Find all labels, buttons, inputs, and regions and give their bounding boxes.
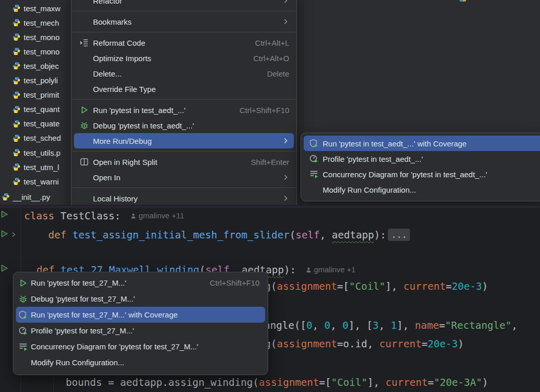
- author-annotation[interactable]: gmalinve +1: [305, 265, 356, 274]
- code-token: ):: [284, 264, 295, 276]
- menu-item-run-pytest-for-test-27-m-with-coverage[interactable]: Run 'pytest for test_27_M...' with Cover…: [16, 307, 265, 323]
- menu-item-profile-pytest-in-test-aedt[interactable]: Profile 'pytest in test_aedt_...': [301, 151, 540, 166]
- menu-item-shortcut: Ctrl+Shift+F10: [210, 278, 259, 287]
- submenu-arrow-icon: [282, 137, 289, 144]
- code-token: =[: [337, 281, 349, 292]
- code-token: self: [295, 229, 320, 241]
- editor-tab-sliver: [459, 0, 466, 2]
- menu-separator: [72, 188, 296, 188]
- tree-item-test-quant[interactable]: test_quant: [0, 103, 71, 116]
- tree-item-test-maxw[interactable]: test_maxw: [0, 2, 71, 14]
- tree-item-test-polyli[interactable]: test_polyli: [0, 74, 71, 87]
- menu-item-more-run-debug[interactable]: More Run/Debug: [74, 133, 294, 148]
- tree-item-test-utm-l[interactable]: test_utm_l: [0, 161, 71, 173]
- menu-item-profile-pytest-for-test-27-m[interactable]: Profile 'pytest for test_27_M...': [13, 323, 268, 339]
- menu-item-debug-pytest-in-test-aedt[interactable]: Debug 'pytest in test_aedt_...': [71, 118, 296, 133]
- code-token: ,: [511, 320, 517, 331]
- code-token: aedtapp: [332, 229, 374, 241]
- menu-item-label: Concurrency Diagram for 'pytest in test_…: [323, 170, 539, 179]
- code-editor[interactable]: class TestClass:gmalinve +11 def test_as…: [0, 208, 540, 392]
- run-test-icon[interactable]: [1, 210, 9, 218]
- tree-item-test-objec[interactable]: test_objec: [0, 60, 71, 72]
- code-token: ,: [367, 338, 379, 350]
- winding-bounds-line[interactable]: bounds = aedtapp.assign_winding(assignme…: [66, 376, 488, 390]
- tree-item-label: test_utm_l: [24, 163, 59, 172]
- tree-item-init-py[interactable]: __init__.py: [0, 191, 71, 203]
- profile-icon: [309, 154, 319, 163]
- python-icon: [12, 62, 21, 70]
- code-token: [24, 229, 48, 241]
- tree-item-test-warni[interactable]: test_warni: [0, 175, 71, 188]
- run-test-icon[interactable]: [1, 230, 9, 238]
- menu-item-delete[interactable]: Delete...Delete: [71, 66, 296, 81]
- menu-item-debug-pytest-for-test-27-m[interactable]: Debug 'pytest for test_27_M...': [13, 291, 268, 307]
- menu-separator: [72, 99, 296, 100]
- python-icon: [12, 33, 21, 41]
- tree-item-test-mono[interactable]: test_mono: [0, 31, 71, 43]
- code-token: =: [439, 320, 445, 331]
- coverage-icon: [309, 139, 319, 148]
- more-run-debug-submenu: Run 'pytest in test_aedt_...' with Cover…: [301, 133, 540, 201]
- menu-item-label: Modify Run Configuration...: [31, 358, 259, 367]
- folded-code-badge[interactable]: ...: [388, 229, 410, 241]
- tree-item-test-primit[interactable]: test_primit: [0, 89, 71, 101]
- tree-item-test-sched[interactable]: test_sched: [0, 132, 71, 144]
- menu-item-open-in-right-split[interactable]: Open in Right SplitShift+Enter: [71, 154, 296, 170]
- icon-spacer: [80, 84, 89, 94]
- icon-spacer: [80, 69, 89, 78]
- menu-item-modify-run-configuration[interactable]: Modify Run Configuration...: [13, 354, 268, 370]
- menu-item-optimize-imports[interactable]: Optimize ImportsCtrl+Alt+O: [71, 50, 296, 66]
- code-token: 20e-3: [452, 281, 482, 292]
- menu-item-label: Run 'pytest in test_aedt_...': [93, 106, 225, 115]
- menu-item-label: Bookmarks: [93, 17, 268, 26]
- menu-item-run-pytest-in-test-aedt[interactable]: Run 'pytest in test_aedt_...'Ctrl+Shift+…: [71, 102, 296, 118]
- code-token: "Coil": [349, 281, 385, 292]
- menu-item-bookmarks[interactable]: Bookmarks: [71, 14, 296, 29]
- def-slider-line[interactable]: def test_assign_initial_mesh_from_slider…: [24, 228, 410, 242]
- tree-item-label: test_polyli: [24, 76, 58, 85]
- code-token: 20e-3: [427, 338, 458, 350]
- menu-item-label: Concurrency Diagram for 'pytest for test…: [31, 342, 259, 351]
- menu-item-label: Run 'pytest in test_aedt_...' with Cover…: [323, 139, 539, 148]
- run-test-icon[interactable]: [1, 264, 9, 272]
- menu-item-reformat-code[interactable]: Reformat CodeCtrl+Alt+L: [71, 35, 296, 50]
- code-token: ,: [330, 320, 342, 331]
- code-token: ,: [320, 229, 331, 241]
- coverage-icon: [18, 310, 28, 320]
- menu-item-override-file-type[interactable]: Override File Type: [71, 81, 296, 97]
- menu-item-open-in[interactable]: Open In: [71, 170, 296, 185]
- tree-item-test-utils-p[interactable]: test_utils.p: [0, 146, 71, 159]
- menu-item-label: Local History: [93, 194, 268, 203]
- tree-item-test-mono[interactable]: test_mono: [0, 45, 71, 58]
- tree-item-label: test_quant: [24, 105, 60, 114]
- menu-item-concurrency-diagram-for-pytest-in-test-aedt[interactable]: Concurrency Diagram for 'pytest in test_…: [301, 166, 540, 182]
- class-line[interactable]: class TestClass:gmalinve +11: [24, 209, 184, 223]
- code-token: assignment: [277, 338, 337, 350]
- code-token: ): [458, 338, 464, 350]
- submenu-arrow-icon: [282, 0, 289, 4]
- menu-item-modify-run-configuration[interactable]: Modify Run Configuration...: [301, 182, 540, 197]
- menu-item-label: Profile 'pytest for test_27_M...': [31, 326, 259, 335]
- menu-item-label: Override File Type: [93, 85, 289, 94]
- author-annotation[interactable]: gmalinve +11: [130, 211, 184, 220]
- editor-run-context-menu: Run 'pytest for test_27_M...'Ctrl+Shift+…: [13, 272, 268, 375]
- menu-item-local-history[interactable]: Local History: [71, 191, 296, 205]
- panel-divider: [303, 0, 304, 133]
- menu-item-run-pytest-for-test-27-m[interactable]: Run 'pytest for test_27_M...'Ctrl+Shift+…: [13, 275, 268, 291]
- tree-item-test-quate[interactable]: test_quate: [0, 118, 71, 130]
- code-token: TestClass:: [54, 210, 121, 222]
- python-icon: [12, 91, 21, 99]
- tree-item-label: test_quate: [24, 119, 60, 128]
- menu-item-shortcut: Ctrl+Shift+F10: [239, 106, 289, 115]
- menu-item-label: Run 'pytest for test_27_M...' with Cover…: [31, 310, 259, 319]
- python-icon: [12, 148, 21, 157]
- fold-chevron-icon[interactable]: [11, 231, 17, 237]
- menu-item-concurrency-diagram-for-pytest-for-test-27-m[interactable]: Concurrency Diagram for 'pytest for test…: [13, 339, 268, 354]
- code-token: ): [482, 377, 488, 388]
- tree-item-test-mech[interactable]: test_mech: [0, 16, 71, 29]
- submenu-arrow-icon: [282, 174, 289, 181]
- code-token: 1: [391, 320, 397, 331]
- menu-item-run-pytest-in-test-aedt-with-coverage[interactable]: Run 'pytest in test_aedt_...' with Cover…: [304, 136, 540, 151]
- code-token: 0: [306, 320, 312, 331]
- menu-item-refactor[interactable]: Refactor: [71, 0, 296, 8]
